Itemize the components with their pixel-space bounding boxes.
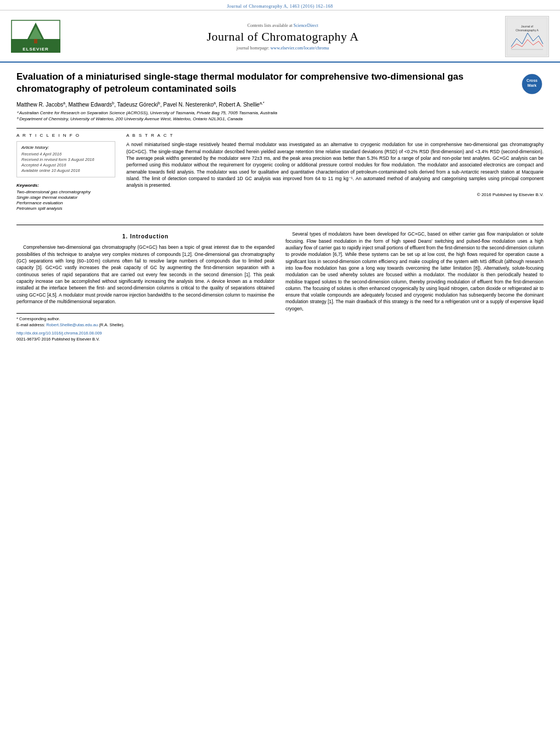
keyword-4: Petroleum spill analysis (16, 206, 115, 211)
footnote-area: * Corresponding author. E-mail address: … (16, 313, 275, 342)
divider-line (16, 128, 544, 129)
article-info-col: A R T I C L E I N F O Article history: R… (16, 133, 115, 216)
available-online-date: Available online 10 August 2016 (21, 168, 110, 173)
affiliation-b: ᵇ Department of Chemistry, University of… (16, 116, 544, 121)
svg-rect-8 (507, 18, 547, 55)
doi-link[interactable]: http://dx.doi.org/10.1016/j.chroma.2016.… (16, 331, 102, 336)
keywords-title: Keywords: (16, 183, 115, 188)
body-col-left: 1. Introduction Comprehensive two-dimens… (16, 231, 275, 343)
email-link[interactable]: Robert.Shellie@utas.edu.au (46, 322, 98, 327)
keyword-2: Single-stage thermal modulator (16, 195, 115, 200)
article-info-heading: A R T I C L E I N F O (16, 133, 115, 138)
crossmark-logo: Cross Mark (522, 74, 544, 96)
keyword-3: Performance evaluation (16, 200, 115, 205)
abstract-text: A novel miniaturised single-stage resist… (126, 141, 544, 188)
article-title: Evaluation of a miniaturised single-stag… (16, 71, 513, 95)
email-suffix: (R.A. Shellie). (99, 322, 124, 327)
svg-text:Journal of: Journal of (521, 25, 534, 28)
journal-top-bar: Journal of Chromatography A, 1463 (2016)… (0, 0, 560, 10)
keyword-1: Two-dimensional gas chromatography (16, 189, 115, 194)
authors-line: Matthew R. Jacobsa, Matthew Edwardsb, Ta… (16, 101, 544, 108)
author-matthew-edwards: Matthew Edwardsb, (69, 102, 117, 108)
keywords-box: Keywords: Two-dimensional gas chromatogr… (16, 183, 115, 211)
article-content: Evaluation of a miniaturised single-stag… (0, 63, 560, 348)
author-pavel-nesterenko: Pavel N. Nesterenkoa, (163, 102, 219, 108)
author-tadeusz-gorecki: Tadeusz Góreckib, (117, 102, 163, 108)
section-1-title: 1. Introduction (16, 233, 275, 239)
homepage-link: journal homepage: www.elsevier.com/locat… (60, 46, 505, 51)
intro-para-1: Comprehensive two-dimensional gas chroma… (16, 244, 275, 305)
affiliations: ᵃ Australian Centre for Research on Sepa… (16, 110, 544, 121)
issn-note: 0021-9673/© 2016 Published by Elsevier B… (16, 337, 275, 342)
author-robert-shellie: Robert A. Shelliea,* (219, 102, 264, 108)
abstract-col: A B S T R A C T A novel miniaturised sin… (126, 133, 544, 216)
cover-image: Journal of Chromatography A (505, 16, 549, 57)
received-revised-date: Received in revised form 3 August 2016 (21, 157, 110, 162)
intro-para-1-text: Comprehensive two-dimensional gas chroma… (16, 244, 275, 305)
homepage-text: journal homepage: (237, 46, 270, 51)
corresponding-label: * Corresponding author. (16, 316, 60, 321)
email-note: E-mail address: Robert.Shellie@utas.edu.… (16, 322, 275, 327)
svg-text:Mark: Mark (528, 83, 536, 87)
received-date: Received 4 April 2016 (21, 152, 110, 157)
history-title: Article history: (21, 145, 110, 150)
svg-rect-4 (34, 39, 37, 43)
email-label: E-mail address: (16, 322, 45, 327)
elsevier-logo: ELSEVIER (11, 20, 60, 54)
svg-text:ELSEVIER: ELSEVIER (23, 47, 49, 52)
corresponding-author-note: * Corresponding author. (16, 316, 275, 321)
article-title-section: Evaluation of a miniaturised single-stag… (16, 71, 544, 96)
two-col-section: A R T I C L E I N F O Article history: R… (16, 133, 544, 216)
journal-top-citation: Journal of Chromatography A, 1463 (2016)… (227, 4, 333, 9)
header-section: ELSEVIER Contents lists available at Sci… (0, 10, 560, 63)
doi-note: http://dx.doi.org/10.1016/j.chroma.2016.… (16, 331, 275, 336)
sciencedirect-link: Contents lists available at ScienceDirec… (60, 23, 505, 28)
divider-line-2 (16, 225, 544, 225)
header-center: Contents lists available at ScienceDirec… (60, 23, 505, 51)
author-matthew-jacobs: Matthew R. Jacobsa, (16, 102, 69, 108)
intro-para-2: Several types of modulators have been de… (285, 231, 544, 312)
affiliation-a: ᵃ Australian Centre for Research on Sepa… (16, 110, 544, 115)
page-wrapper: Journal of Chromatography A, 1463 (2016)… (0, 0, 560, 348)
svg-text:Chromatography A: Chromatography A (516, 29, 539, 32)
cover-image-inner: Journal of Chromatography A (506, 16, 548, 57)
journal-title-main: Journal of Chromatography A (60, 30, 505, 44)
crossmark-svg: Cross Mark (522, 74, 542, 94)
cover-img-svg: Journal of Chromatography A (506, 16, 548, 57)
copyright-line: © 2016 Published by Elsevier B.V. (126, 192, 544, 197)
body-two-col: 1. Introduction Comprehensive two-dimens… (16, 231, 544, 343)
svg-text:Cross: Cross (527, 79, 537, 82)
article-history-box: Article history: Received 4 April 2016 R… (16, 141, 115, 177)
accepted-date: Accepted 4 August 2016 (21, 163, 110, 168)
elsevier-logo-svg: ELSEVIER (11, 20, 60, 53)
contents-text: Contents lists available at (248, 23, 293, 28)
homepage-url[interactable]: www.elsevier.com/locate/chroma (271, 46, 329, 51)
body-col-right: Several types of modulators have been de… (285, 231, 544, 343)
intro-para-2-text: Several types of modulators have been de… (285, 231, 544, 312)
abstract-heading: A B S T R A C T (126, 133, 544, 138)
sciencedirect-url[interactable]: ScienceDirect (294, 23, 318, 28)
